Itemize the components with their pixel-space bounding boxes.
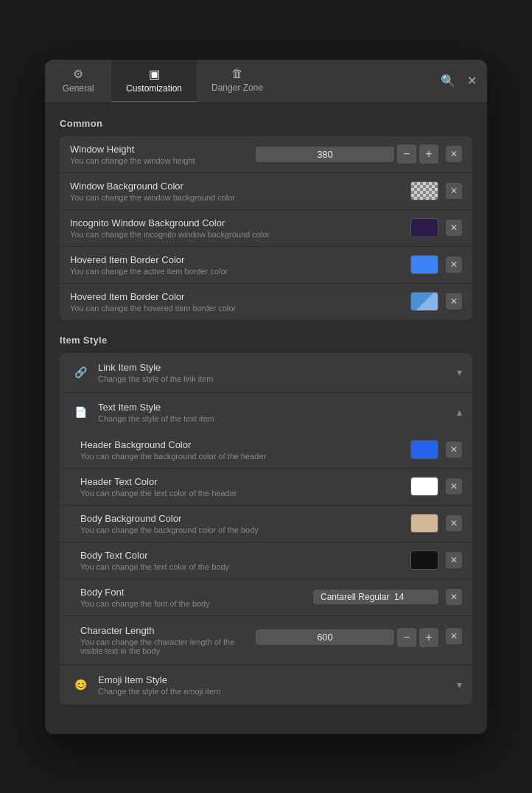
character-length-desc: You can change the character length of t… (80, 637, 248, 655)
incognito-bg-color-desc: You can change the incognito window back… (70, 230, 403, 239)
character-length-reset[interactable]: ✕ (446, 628, 462, 644)
incognito-bg-color-info: Incognito Window Background Color You ca… (70, 217, 403, 239)
character-length-row: Character Length You can change the char… (60, 616, 472, 665)
text-item-chevron: ▴ (457, 406, 462, 418)
header-text-color-swatch[interactable] (410, 477, 438, 496)
body-text-color-reset[interactable]: ✕ (446, 552, 462, 568)
tab-danger-label: Danger Zone (211, 83, 263, 93)
link-item-style-row[interactable]: 🔗 Link Item Style Change the style of th… (60, 353, 472, 393)
window-height-increment[interactable]: + (419, 144, 438, 164)
link-item-label: Link Item Style (98, 362, 449, 373)
window-bg-color-desc: You can change the window background col… (70, 193, 403, 202)
tab-customization-label: Customization (126, 83, 182, 94)
hovered-border-2-desc: You can change the hovered item border c… (70, 304, 403, 312)
header-text-color-label: Header Text Color (80, 476, 403, 487)
window-bg-color-reset[interactable]: ✕ (446, 183, 462, 199)
header-text-color-row: Header Text Color You can change the tex… (60, 469, 472, 506)
window-height-decrement[interactable]: − (397, 144, 416, 164)
text-item-desc: Change the style of the text item (98, 414, 449, 423)
character-length-label: Character Length (80, 625, 248, 636)
window-bg-color-row: Window Background Color You can change t… (60, 173, 472, 210)
body-text-color-row: Body Text Color You can change the text … (60, 542, 472, 579)
header-bg-color-desc: You can change the background color of t… (80, 452, 403, 461)
item-style-card: 🔗 Link Item Style Change the style of th… (60, 353, 472, 705)
hovered-border-2-info: Hovered Item Border Color You can change… (70, 291, 403, 312)
header-text-color-info: Header Text Color You can change the tex… (80, 476, 403, 497)
emoji-item-chevron: ▾ (457, 679, 462, 691)
body-font-label: Body Font (80, 587, 306, 598)
close-button[interactable]: ✕ (464, 71, 480, 91)
link-item-desc: Change the style of the link item (98, 374, 449, 383)
titlebar-actions: 🔍 ✕ (430, 60, 487, 102)
text-icon: 📄 (70, 402, 91, 422)
body-bg-color-swatch[interactable] (410, 514, 438, 533)
common-section-title: Common (60, 118, 472, 129)
emoji-item-label: Emoji Item Style (98, 674, 449, 685)
character-length-control: − + (256, 628, 438, 647)
text-item-style-row[interactable]: 📄 Text Item Style Change the style of th… (60, 393, 472, 432)
body-bg-color-info: Body Background Color You can change the… (80, 513, 403, 534)
body-font-control (313, 590, 438, 604)
body-font-reset[interactable]: ✕ (446, 589, 462, 605)
tab-danger-zone[interactable]: 🗑 Danger Zone (197, 60, 278, 102)
titlebar: ⚙ General ▣ Customization 🗑 Danger Zone … (45, 60, 487, 103)
hovered-border-2-label: Hovered Item Border Color (70, 291, 403, 302)
body-text-color-info: Body Text Color You can change the text … (80, 550, 403, 571)
hovered-border-1-desc: You can change the active item border co… (70, 267, 403, 276)
body-font-row: Body Font You can change the font of the… (60, 579, 472, 616)
body-font-info: Body Font You can change the font of the… (80, 587, 306, 608)
body-bg-color-desc: You can change the background color of t… (80, 525, 403, 534)
hovered-border-2-reset[interactable]: ✕ (446, 293, 462, 310)
emoji-item-info: Emoji Item Style Change the style of the… (98, 674, 449, 696)
hovered-border-1-info: Hovered Item Border Color You can change… (70, 254, 403, 276)
body-bg-color-row: Body Background Color You can change the… (60, 506, 472, 542)
body-bg-color-reset[interactable]: ✕ (446, 515, 462, 531)
header-bg-color-label: Header Background Color (80, 439, 403, 450)
hovered-border-2-row: Hovered Item Border Color You can change… (60, 284, 472, 320)
header-bg-color-reset[interactable]: ✕ (446, 441, 462, 458)
character-length-increment[interactable]: + (419, 628, 438, 647)
window-height-row: Window Height You can change the window … (60, 136, 472, 173)
character-length-input[interactable] (256, 629, 394, 645)
character-length-info: Character Length You can change the char… (80, 625, 248, 655)
text-item-label: Text Item Style (98, 402, 449, 413)
hovered-border-1-label: Hovered Item Border Color (70, 254, 403, 265)
window-height-label: Window Height (70, 144, 248, 155)
body-font-input[interactable] (313, 590, 438, 604)
window-height-input[interactable] (256, 147, 394, 162)
body-text-color-label: Body Text Color (80, 550, 403, 561)
window-height-desc: You can change the window height (70, 156, 248, 165)
hovered-border-1-reset[interactable]: ✕ (446, 256, 462, 273)
header-bg-color-swatch[interactable] (410, 440, 438, 459)
header-text-color-desc: You can change the text color of the hea… (80, 489, 403, 497)
tab-general[interactable]: ⚙ General (45, 60, 111, 102)
character-length-decrement[interactable]: − (397, 628, 416, 647)
search-button[interactable]: 🔍 (438, 71, 458, 91)
content-area: Common Window Height You can change the … (45, 103, 487, 734)
window-height-control: − + (256, 144, 438, 164)
hovered-border-1-row: Hovered Item Border Color You can change… (60, 247, 472, 284)
tab-customization[interactable]: ▣ Customization (111, 60, 197, 102)
incognito-bg-color-swatch[interactable] (410, 218, 438, 237)
body-bg-color-label: Body Background Color (80, 513, 403, 524)
emoji-item-desc: Change the style of the emoji item (98, 687, 449, 696)
emoji-item-style-row[interactable]: 😊 Emoji Item Style Change the style of t… (60, 665, 472, 705)
hovered-border-1-swatch[interactable] (410, 255, 438, 274)
window-bg-color-label: Window Background Color (70, 181, 403, 192)
link-item-info: Link Item Style Change the style of the … (98, 362, 449, 383)
incognito-bg-color-row: Incognito Window Background Color You ca… (60, 210, 472, 247)
body-text-color-desc: You can change the text color of the bod… (80, 562, 403, 571)
hovered-border-2-swatch[interactable] (410, 292, 438, 311)
window-bg-color-swatch[interactable] (410, 181, 438, 200)
danger-icon: 🗑 (231, 67, 243, 80)
body-text-color-swatch[interactable] (410, 551, 438, 570)
tab-general-label: General (63, 83, 94, 94)
link-item-chevron: ▾ (457, 366, 462, 378)
window-height-reset[interactable]: ✕ (446, 146, 462, 162)
window-bg-color-info: Window Background Color You can change t… (70, 181, 403, 202)
incognito-bg-color-reset[interactable]: ✕ (446, 220, 462, 236)
item-style-section-title: Item Style (60, 335, 472, 346)
header-text-color-reset[interactable]: ✕ (446, 478, 462, 495)
emoji-icon: 😊 (70, 674, 91, 695)
header-bg-color-info: Header Background Color You can change t… (80, 439, 403, 461)
